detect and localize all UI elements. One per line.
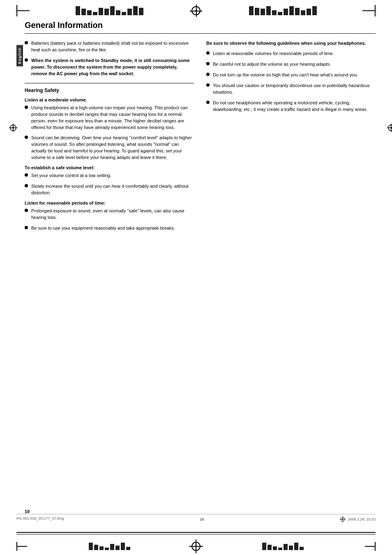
bar: [104, 9, 109, 15]
footer-bottom-bar: PG 001-026_DC177_37-Eng 10 2008.2.28, 10…: [16, 514, 376, 522]
left-crosshair: [9, 124, 17, 133]
bullet-text-bold: When the system is switched to Standby m…: [31, 58, 194, 77]
bullet-text: Using headphones at a high volume can im…: [31, 105, 194, 131]
bar: [99, 8, 103, 15]
list-item: Batteries (battery pack or batteries ins…: [25, 40, 194, 53]
bullet-icon: [25, 106, 28, 109]
bullet-icon: [25, 173, 28, 177]
list-item: Sound can be deceiving. Over time your h…: [25, 135, 194, 161]
bullet-text: Be careful not to adjust the volume as y…: [213, 61, 331, 68]
page-wrapper: English General Information Batteries (b…: [0, 0, 392, 555]
sub-heading-moderate: Listen at a moderate volume.: [25, 97, 194, 102]
bar: [289, 546, 293, 550]
guidelines-heading: Be sure to observe the following guideli…: [206, 40, 376, 46]
svg-point-7: [390, 127, 392, 129]
bullet-text: Be sure to use your equipment reasonably…: [31, 225, 175, 232]
bracket-h: [365, 546, 375, 547]
bar: [301, 10, 305, 15]
list-item: Prolonged exposure to sound, even at nor…: [25, 208, 194, 221]
bracket-v: [375, 542, 376, 551]
bar: [261, 9, 265, 15]
bar: [115, 546, 120, 550]
bar: [255, 8, 259, 15]
bar: [122, 12, 126, 15]
bar: [89, 543, 93, 550]
crosshair-dot: [195, 10, 197, 12]
bar: [294, 543, 298, 550]
bar: [267, 545, 272, 550]
section-heading-hearing-safety: Hearing Safety: [25, 88, 194, 93]
bottom-bars-left: [89, 543, 130, 550]
bullet-icon: [25, 41, 28, 44]
footer-center-group: 10: [200, 516, 204, 522]
svg-point-3: [12, 127, 14, 129]
list-item: Slowly increase the sound until you can …: [25, 183, 194, 196]
bar: [127, 9, 132, 15]
bullet-icon: [206, 101, 210, 104]
bullet-text: Slowly increase the sound until you can …: [31, 183, 194, 196]
bottom-left-bracket: [16, 542, 27, 551]
crosshair-svg: [9, 124, 17, 132]
bullet-text: Do not turn up the volume so high that y…: [213, 72, 358, 78]
bar: [278, 548, 282, 550]
divider: [25, 83, 194, 83]
bar: [126, 547, 130, 550]
bar: [272, 10, 277, 15]
bottom-border-line2: [16, 534, 376, 534]
bullet-text: Batteries (battery pack or batteries ins…: [31, 40, 194, 53]
bottom-page-number: 10: [25, 509, 30, 514]
list-item: Using headphones at a high volume can im…: [25, 105, 194, 131]
bullet-icon: [206, 83, 210, 87]
bar: [266, 6, 271, 15]
bullet-icon: [25, 58, 28, 62]
bar: [307, 9, 311, 15]
bullet-text: Set your volume control at a low setting…: [31, 173, 111, 179]
bar: [94, 545, 98, 550]
footer-date: 2008.2.28, 10:10: [348, 517, 376, 521]
sub-heading-safe-volume: To establish a safe volume level:: [25, 165, 194, 170]
bullet-text: Sound can be deceiving. Over time your h…: [31, 135, 194, 161]
list-item: Be sure to use your equipment reasonably…: [25, 225, 194, 232]
bracket-h-line: [17, 10, 30, 11]
center-crosshair: [191, 6, 201, 15]
bar: [87, 10, 92, 15]
bullet-icon: [206, 51, 210, 55]
top-decoration: [0, 0, 392, 16]
right-column: Be sure to observe the following guideli…: [206, 40, 376, 117]
list-item: Be careful not to adjust the volume as y…: [206, 61, 376, 68]
bullet-text: You should use caution or temporarily di…: [213, 83, 376, 96]
bar: [300, 547, 304, 550]
right-crosshair: [387, 124, 392, 133]
bracket-h-line: [362, 10, 375, 11]
bottom-decoration: [16, 542, 376, 551]
bar: [284, 9, 288, 15]
list-item: Set your volume control at a low setting…: [25, 173, 194, 179]
bar: [105, 548, 109, 550]
bottom-right-bracket: [365, 542, 376, 551]
bullet-text: Prolonged exposure to sound, even at nor…: [31, 208, 194, 221]
bullet-icon: [206, 73, 210, 76]
bar: [81, 9, 86, 15]
bullet-icon: [25, 209, 28, 212]
bar: [262, 543, 266, 550]
bullet-icon: [206, 62, 210, 65]
bullet-icon: [25, 136, 28, 139]
bullet-icon: [25, 184, 28, 187]
page-title: General Information: [25, 21, 376, 34]
language-tab: English: [16, 45, 23, 67]
right-bracket: [362, 5, 376, 16]
svg-point-15: [342, 519, 344, 520]
list-item: You should use caution or temporarily di…: [206, 83, 376, 96]
bar: [312, 6, 317, 15]
page-num-display: 10: [25, 509, 30, 514]
bar: [110, 544, 114, 550]
footer-filename: PG 001-026_DC177_37-Eng: [16, 516, 64, 522]
sub-heading-reasonable-periods: Listen for reasonable periods of time:: [25, 200, 194, 205]
bottom-bars-right: [262, 543, 304, 550]
bottom-border: [16, 532, 376, 534]
bar: [110, 6, 115, 15]
right-pattern-bars: [249, 6, 317, 15]
bar: [76, 6, 80, 15]
footer-crosshair-small: [340, 516, 346, 522]
two-column-layout: Batteries (battery pack or batteries ins…: [25, 40, 376, 236]
